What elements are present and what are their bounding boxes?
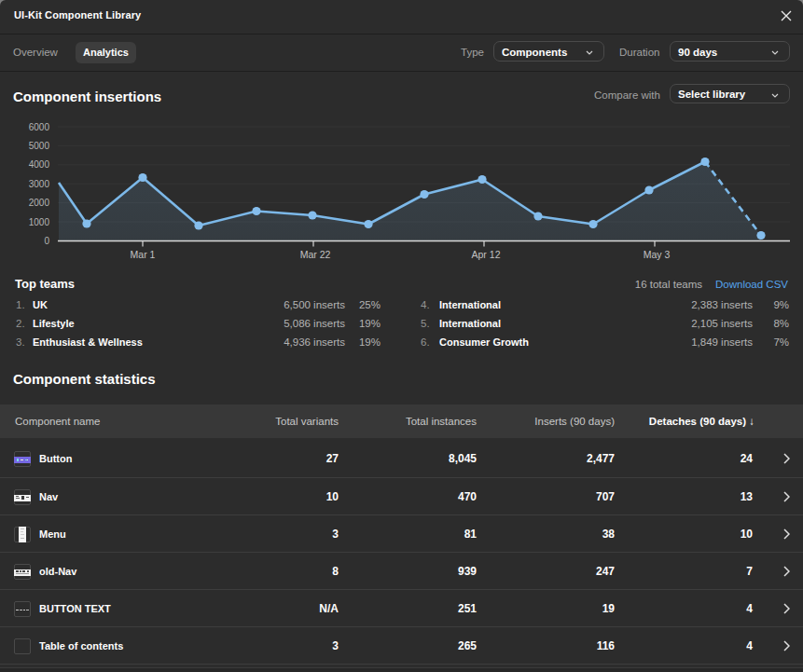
svg-text:Apr 12: Apr 12	[472, 249, 501, 260]
svg-text:6000: 6000	[29, 122, 50, 132]
svg-text:Mar 1: Mar 1	[131, 249, 156, 260]
svg-text:0: 0	[44, 236, 49, 246]
svg-text:3000: 3000	[29, 179, 50, 189]
svg-text:May 3: May 3	[644, 249, 671, 260]
svg-text:2000: 2000	[29, 198, 50, 208]
svg-text:Mar 22: Mar 22	[300, 249, 331, 260]
svg-text:5000: 5000	[29, 141, 50, 151]
svg-text:1000: 1000	[29, 217, 50, 227]
svg-text:4000: 4000	[29, 159, 50, 170]
